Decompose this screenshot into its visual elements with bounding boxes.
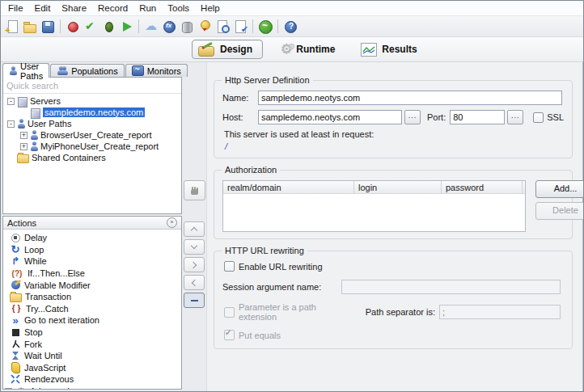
collapse-panel-icon[interactable]: »	[167, 217, 177, 228]
host-field[interactable]	[258, 110, 402, 124]
runtime-mode-button[interactable]: ⚙⚙ Runtime	[281, 43, 335, 56]
tree-item-browseruser-create-report[interactable]: +BrowserUser_Create_report	[3, 129, 181, 141]
database-icon[interactable]	[179, 19, 195, 35]
action-delay[interactable]: Delay	[3, 232, 181, 244]
port-browse-button[interactable]: ...	[507, 110, 523, 124]
tab-user-paths[interactable]: User Paths	[2, 63, 49, 78]
delete-button: Delete	[535, 202, 584, 220]
move-up-button[interactable]	[184, 221, 205, 237]
gears-icon: ⚙⚙	[281, 43, 291, 56]
action-if-then-else[interactable]: If...Then...Else	[3, 268, 181, 280]
tab-populations[interactable]: Populations	[50, 64, 125, 77]
tree-item-label: BrowserUser_Create_report	[40, 130, 152, 140]
user-icon	[30, 141, 38, 151]
menu-item-share[interactable]: Share	[56, 2, 92, 14]
move-down-button[interactable]	[184, 239, 205, 255]
tree-item-label: Shared Containers	[32, 153, 106, 162]
ssl-label: SSL	[547, 112, 564, 122]
menu-item-record[interactable]: Record	[92, 2, 133, 14]
tab-label: User Paths	[20, 61, 43, 81]
host-browse-button[interactable]: ...	[404, 110, 421, 124]
group-icon	[57, 66, 68, 76]
column-header-login[interactable]: login	[354, 181, 442, 193]
results-label: Results	[382, 44, 417, 55]
design-mode-button[interactable]: Design	[192, 40, 263, 59]
tree-item-sampledemo-neotys-com[interactable]: sampledemo.neotys.com	[3, 107, 181, 118]
neoload-window: FileEditShareRecordRunToolsHelp Design ⚙…	[0, 0, 584, 392]
add-button[interactable]: Add...	[535, 180, 584, 198]
tree-item-shared-containers[interactable]: Shared Containers	[3, 152, 181, 163]
enable-url-rewriting-checkbox[interactable]	[224, 261, 235, 272]
rendezvous-icon	[10, 373, 21, 385]
save-icon[interactable]	[40, 19, 56, 35]
action-expander-icon[interactable]: +	[5, 388, 12, 389]
new-document-icon[interactable]	[4, 19, 20, 35]
monitor-pulse-icon[interactable]	[257, 19, 273, 35]
open-folder-icon[interactable]	[22, 19, 38, 35]
menu-item-file[interactable]: File	[2, 2, 29, 14]
action-try-catch[interactable]: Try...Catch	[3, 303, 181, 315]
tab-monitors[interactable]: Monitors	[125, 64, 188, 77]
help-icon[interactable]	[282, 19, 298, 35]
menu-item-edit[interactable]: Edit	[29, 2, 57, 14]
action-label: Advanced	[30, 386, 70, 389]
record-icon[interactable]	[65, 19, 81, 35]
remove-button[interactable]	[184, 293, 205, 308]
group-title: Authorization	[222, 165, 280, 175]
group-title: Http Server Definition	[222, 75, 313, 85]
check-user-icon[interactable]	[83, 19, 99, 35]
mode-bar: Design ⚙⚙ Runtime Results	[1, 37, 583, 62]
tree-expander-icon[interactable]: +	[20, 132, 28, 139]
action-label: Wait Until	[24, 351, 62, 360]
runtime-label: Runtime	[296, 44, 335, 55]
checklist-icon[interactable]	[232, 19, 248, 35]
path-separator-label: Path separator is:	[366, 307, 435, 317]
functions-icon[interactable]	[161, 19, 177, 35]
indent-left-button[interactable]	[184, 275, 205, 290]
results-mode-button[interactable]: Results	[361, 43, 417, 57]
action-rendezvous[interactable]: Rendezvous	[3, 373, 181, 386]
tree-expander-icon[interactable]: -	[7, 98, 15, 105]
indent-right-button[interactable]	[184, 257, 205, 272]
drag-mode-button[interactable]	[184, 180, 205, 200]
name-field[interactable]	[258, 91, 562, 105]
column-header-password[interactable]: password	[442, 181, 523, 193]
menu-item-run[interactable]: Run	[133, 2, 162, 14]
action-fork[interactable]: Fork	[3, 338, 181, 350]
tree-item-servers[interactable]: -Servers	[3, 95, 181, 107]
menu-item-help[interactable]: Help	[195, 2, 226, 14]
debug-icon[interactable]	[100, 19, 116, 35]
action-transaction[interactable]: Transaction	[3, 291, 181, 303]
tree-expander-icon[interactable]: -	[7, 120, 15, 128]
action-javascript[interactable]: JavaScript	[3, 362, 181, 374]
request-link[interactable]: /	[225, 141, 564, 151]
search-page-icon[interactable]	[214, 19, 231, 35]
cloud-icon[interactable]	[143, 19, 159, 35]
action-variable-modifier[interactable]: Variable Modifier	[3, 279, 181, 291]
path-extension-checkbox	[224, 307, 235, 318]
column-header-realm-domain[interactable]: realm/domain	[223, 181, 354, 193]
tree-panel: -Serverssampledemo.neotys.com-User Paths…	[2, 77, 182, 214]
menu-item-tools[interactable]: Tools	[162, 2, 195, 14]
license-icon[interactable]	[197, 19, 213, 35]
authorization-table[interactable]: realm/domainloginpassword	[222, 180, 526, 232]
goto-icon	[10, 314, 21, 326]
tree-item-myiphoneuser-create-report[interactable]: +MyiPhoneUser_Create_report	[3, 141, 181, 152]
tree-expander-icon[interactable]: +	[20, 143, 28, 150]
port-field[interactable]	[450, 110, 505, 124]
http-server-definition-group: Http Server Definition Name: Host: ... P…	[214, 80, 573, 158]
action-loop[interactable]: Loop	[3, 244, 181, 256]
ssl-checkbox[interactable]	[533, 112, 544, 123]
tree-item-user-paths[interactable]: -User Paths	[3, 118, 181, 129]
action-stop[interactable]: Stop	[3, 327, 181, 339]
action-advanced[interactable]: +Advanced	[3, 386, 181, 389]
play-icon[interactable]	[118, 19, 134, 35]
action-wait-until[interactable]: Wait Until	[3, 350, 181, 362]
action-go-to-next-iteration[interactable]: Go to next iteration	[3, 314, 181, 327]
wait-icon	[10, 350, 21, 361]
while-icon	[10, 255, 21, 267]
loop-icon	[10, 244, 21, 255]
tab-label: Populations	[71, 66, 118, 76]
action-while[interactable]: While	[3, 255, 181, 268]
transaction-folder-icon	[10, 293, 22, 302]
